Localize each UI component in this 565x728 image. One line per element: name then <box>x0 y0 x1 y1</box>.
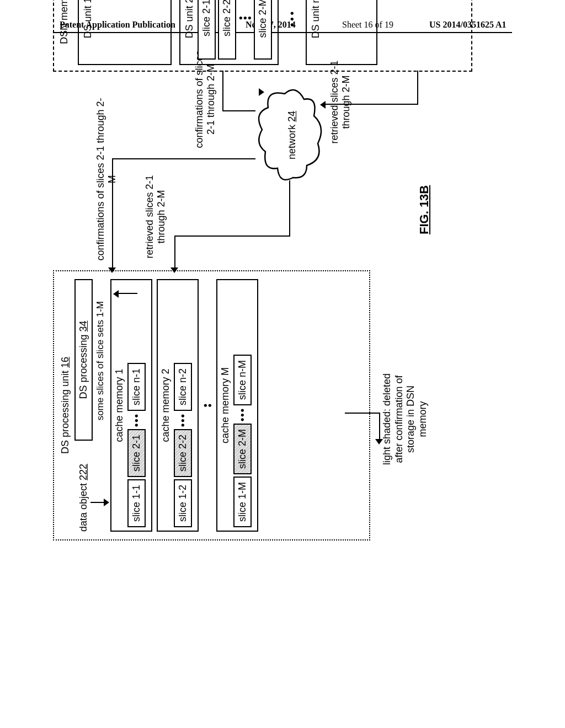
label-text: confirmations of slices 2-1 through 2-M <box>95 94 118 265</box>
ds-processing-ref: 34 <box>78 320 89 331</box>
ellipsis-icon: ••• <box>286 0 298 65</box>
legend-line-3: storage in DSN <box>405 336 417 502</box>
slice-box: slice 1-M <box>233 477 252 527</box>
dsn-memory: DSN memory 22 DS unit 1 DS unit 2 slice … <box>53 0 472 72</box>
slice-box: slice n-1 <box>127 363 146 411</box>
figure-13b: DS processing unit 16 data object 222 DS… <box>53 0 511 540</box>
network-cloud: network 24 <box>254 88 326 182</box>
ds-unit-title-text: DS processing unit <box>60 368 71 454</box>
vertical-ellipsis-icon: ••• <box>238 0 252 60</box>
slice-box-shaded: slice 2-1 <box>127 429 146 477</box>
cache-m-title: cache memory M <box>220 283 231 527</box>
data-object-ref: 222 <box>78 464 89 480</box>
data-object: data object 222 <box>78 464 89 532</box>
legend-line-4: memory <box>417 336 429 502</box>
legend-note: light shaded: deleted after confirmation… <box>381 336 429 502</box>
ellipsis-icon: ••• <box>177 413 189 427</box>
data-object-row: data object 222 DS processing 34 <box>74 279 93 532</box>
ds-unit-n-label: DS unit n <box>310 0 322 39</box>
arrow-up-icon <box>115 289 137 298</box>
ds-processing-label: DS processing <box>78 331 89 399</box>
slice-box: slice n-2 <box>174 363 192 411</box>
cache-memory-1: cache memory 1 slice 1-1 slice 2-1 ••• s… <box>110 279 152 532</box>
ds-unit-n: DS unit n <box>306 0 377 65</box>
network-label-text: network <box>286 122 297 159</box>
ds-processing-unit-title: DS processing unit 16 <box>60 279 71 532</box>
cache-1-title: cache memory 1 <box>114 283 125 527</box>
network-label-ref: 24 <box>286 111 297 122</box>
label-text-l1: retrieved slices 2-1 <box>144 170 156 264</box>
slice-box-shaded: slice 2-M <box>233 424 252 474</box>
ds-processing-module: DS processing 34 <box>74 279 93 441</box>
cache-2-title: cache memory 2 <box>160 283 172 527</box>
ds-unit-2: DS unit 2 slice 2-1 slice 2-2 ••• slice … <box>179 0 279 65</box>
dsn-memory-title: DSN memory 22 <box>58 0 70 65</box>
ellipsis-icon: ••• <box>237 408 248 421</box>
network-label: network 24 <box>286 88 298 182</box>
cache-memory-m: cache memory M slice 1-M slice 2-M ••• s… <box>216 279 258 532</box>
vertical-ellipsis-icon: •• <box>203 279 212 532</box>
figure-label: FIG. 13B <box>417 185 431 234</box>
slice-box: slice 1-2 <box>174 479 192 527</box>
arrow-down-icon <box>89 499 108 506</box>
legend-line-2: after confirmation of <box>393 336 406 502</box>
slice-box: slice n-M <box>233 355 252 405</box>
ds-processing-unit: DS processing unit 16 data object 222 DS… <box>53 270 370 540</box>
slice-box: slice 2-2 <box>218 0 236 60</box>
label-confirmations-left: confirmations of slices 2-1 through 2-M <box>95 94 118 265</box>
dsn-title-text: DSN memory <box>58 0 70 44</box>
label-text-l2: through 2-M <box>156 170 167 264</box>
slice-box-shaded: slice 2-2 <box>174 429 192 477</box>
slice-box: slice 2-1 <box>198 0 216 60</box>
data-object-label: data object <box>78 480 89 532</box>
slice-box: slice 2-M <box>254 0 272 60</box>
legend-line-1: light shaded: deleted <box>381 336 393 502</box>
ds-unit-title-ref: 16 <box>60 357 71 368</box>
ds-unit-1-label: DS unit 1 <box>82 0 94 39</box>
label-retrieved-left: retrieved slices 2-1 through 2-M <box>144 170 167 264</box>
cache-memory-2: cache memory 2 slice 1-2 slice 2-2 ••• s… <box>157 279 199 532</box>
ds-unit-1: DS unit 1 <box>78 0 172 65</box>
some-slices-label: some slices of slice sets 1-M <box>95 301 106 532</box>
ellipsis-icon: ••• <box>131 413 142 427</box>
ds-unit-2-label: DS unit 2 <box>184 0 195 60</box>
slice-box: slice 1-1 <box>127 479 146 527</box>
